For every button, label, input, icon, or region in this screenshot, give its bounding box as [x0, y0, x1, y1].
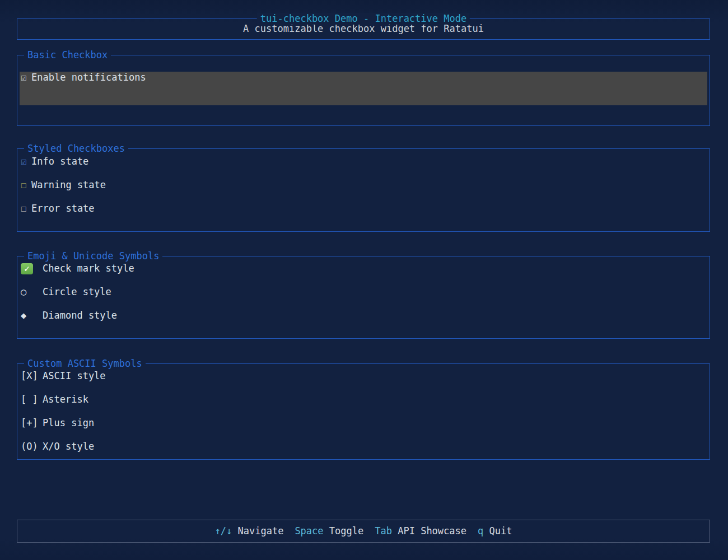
hint-key-space: Space: [295, 525, 323, 536]
hint-toggle: Space Toggle: [295, 525, 363, 536]
checkbox-unchecked-warning-icon: ☐: [21, 179, 31, 191]
footer-box: ↑/↓ NavigateSpace ToggleTab API Showcase…: [17, 520, 710, 543]
hint-navigate: ↑/↓ Navigate: [215, 525, 284, 536]
xo-checked-icon: (O): [21, 441, 43, 452]
checkbox-checked-info-icon: ☑: [21, 156, 31, 167]
section-basic-checkbox: Basic Checkbox ☑ Enable notifications: [17, 55, 710, 126]
diamond-checked-icon: ◆: [21, 310, 43, 321]
app-title: tui-checkbox Demo - Interactive Mode: [257, 13, 470, 25]
hint-label-navigate: Navigate: [237, 525, 283, 536]
checkbox-label: Diamond style: [43, 310, 117, 321]
checkbox-row-enable-notifications[interactable]: ☑ Enable notifications: [20, 72, 707, 83]
circle-unchecked-icon: ○: [21, 286, 43, 298]
checkbox-label: Check mark style: [43, 263, 134, 274]
section-emoji-unicode-symbols: Emoji & Unicode Symbols Check mark style…: [17, 256, 710, 339]
ascii-checked-icon: [X]: [21, 370, 43, 382]
checkbox-row-ascii-style[interactable]: [X] ASCII style: [21, 370, 710, 382]
checkbox-row-asterisk[interactable]: [ ] Asterisk: [21, 394, 710, 405]
checkbox-row-plus-sign[interactable]: [+] Plus sign: [21, 417, 710, 429]
section-title-emoji: Emoji & Unicode Symbols: [24, 250, 162, 262]
terminal-screen: tui-checkbox Demo - Interactive Mode A c…: [0, 0, 728, 560]
checkbox-row-diamond-style[interactable]: ◆ Diamond style: [21, 310, 710, 321]
ascii-checkbox-list: [X] ASCII style [ ] Asterisk [+] Plus si…: [17, 364, 710, 452]
checkbox-row-warning-state[interactable]: ☐ Warning state: [21, 179, 710, 191]
checkbox-row-info-state[interactable]: ☑ Info state: [21, 156, 710, 167]
section-title-ascii: Custom ASCII Symbols: [24, 358, 146, 370]
section-title-basic: Basic Checkbox: [24, 49, 111, 61]
hint-label-quit: Quit: [489, 525, 512, 536]
section-title-styled: Styled Checkboxes: [24, 143, 128, 155]
checkbox-label: Circle style: [43, 286, 111, 298]
checkbox-checked-icon: ☑: [21, 72, 31, 83]
checkbox-label: Asterisk: [43, 394, 88, 405]
checkbox-label: Info state: [31, 156, 88, 167]
hint-api-showcase: Tab API Showcase: [375, 525, 466, 536]
checkbox-label: Warning state: [31, 179, 106, 191]
hint-key-arrows: ↑/↓: [215, 525, 232, 536]
checkbox-row-check-mark-style[interactable]: Check mark style: [21, 263, 710, 274]
selected-row-highlight[interactable]: ☑ Enable notifications: [20, 72, 707, 105]
check-mark-emoji-icon: [21, 263, 33, 274]
hint-label-toggle: Toggle: [329, 525, 363, 536]
checkbox-label: Enable notifications: [31, 72, 146, 83]
checkbox-row-xo-style[interactable]: (O) X/O style: [21, 441, 710, 452]
checkbox-label: ASCII style: [43, 370, 106, 382]
checkbox-row-error-state[interactable]: ☐ Error state: [21, 203, 710, 214]
hint-quit: q Quit: [478, 525, 512, 536]
checkbox-label: Error state: [31, 203, 95, 214]
hint-label-api-showcase: API Showcase: [398, 525, 466, 536]
checkbox-row-circle-style[interactable]: ○ Circle style: [21, 286, 710, 298]
hint-key-tab: Tab: [375, 525, 392, 536]
keyboard-hints: ↑/↓ NavigateSpace ToggleTab API Showcase…: [17, 520, 710, 542]
section-styled-checkboxes: Styled Checkboxes ☑ Info state ☐ Warning…: [17, 148, 710, 232]
section-custom-ascii-symbols: Custom ASCII Symbols [X] ASCII style [ ]…: [17, 363, 710, 460]
checkbox-label: X/O style: [43, 441, 94, 452]
checkbox-label: Plus sign: [43, 417, 94, 429]
hint-key-q: q: [478, 525, 483, 536]
header-box: tui-checkbox Demo - Interactive Mode A c…: [17, 18, 710, 40]
ascii-unchecked-icon: [ ]: [21, 394, 43, 405]
emoji-checkbox-list: Check mark style ○ Circle style ◆ Diamon…: [17, 256, 710, 321]
plus-checked-icon: [+]: [21, 417, 43, 429]
styled-checkbox-list: ☑ Info state ☐ Warning state ☐ Error sta…: [17, 149, 710, 214]
checkbox-unchecked-error-icon: ☐: [21, 203, 31, 214]
